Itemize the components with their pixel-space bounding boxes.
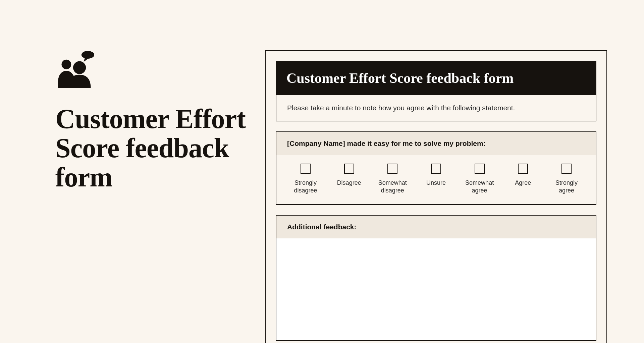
form-container: Customer Effort Score feedback form Plea… xyxy=(265,50,607,343)
question-box: [Company Name] made it easy for me to so… xyxy=(276,131,596,205)
scale-checkbox-1[interactable] xyxy=(301,164,311,174)
scale-item-1: Strongly disagree xyxy=(287,164,324,194)
scale-item-4: Unsure xyxy=(418,164,454,187)
scale-label-7: Strongly agree xyxy=(548,179,585,194)
additional-feedback-textarea[interactable] xyxy=(276,238,596,339)
scale-label-5: Somewhat agree xyxy=(461,179,498,194)
svg-point-0 xyxy=(82,51,94,59)
form-intro: Please take a minute to note how you agr… xyxy=(276,95,596,121)
scale-checkbox-4[interactable] xyxy=(431,164,441,174)
left-column: Customer Effort Score feedback form xyxy=(55,51,263,192)
scale-checkbox-5[interactable] xyxy=(475,164,485,174)
scale-item-6: Agree xyxy=(504,164,541,187)
additional-feedback-label: Additional feedback: xyxy=(276,216,596,238)
page-title: Customer Effort Score feedback form xyxy=(55,105,263,192)
svg-point-1 xyxy=(73,61,86,74)
scale-item-5: Somewhat agree xyxy=(461,164,498,194)
scale-row: Strongly disagree Disagree Somewhat disa… xyxy=(287,164,585,194)
scale-checkbox-6[interactable] xyxy=(518,164,528,174)
scale-label-1: Strongly disagree xyxy=(287,179,324,194)
scale-label-6: Agree xyxy=(515,179,531,187)
scale-checkbox-7[interactable] xyxy=(561,164,572,174)
scale-item-7: Strongly agree xyxy=(548,164,585,194)
scale-label-4: Unsure xyxy=(426,179,446,187)
scale-item-3: Somewhat disagree xyxy=(374,164,411,194)
question-title: [Company Name] made it easy for me to so… xyxy=(276,132,596,155)
scale-item-2: Disagree xyxy=(331,164,368,187)
form-header: Customer Effort Score feedback form xyxy=(276,61,596,95)
scale-connector-line xyxy=(292,160,580,160)
svg-point-2 xyxy=(62,60,71,69)
scale-checkbox-3[interactable] xyxy=(387,164,397,174)
scale-label-2: Disagree xyxy=(337,179,361,187)
scale-area: Strongly disagree Disagree Somewhat disa… xyxy=(276,155,596,204)
additional-feedback-box: Additional feedback: xyxy=(276,215,596,341)
feedback-people-icon xyxy=(55,51,97,88)
scale-label-3: Somewhat disagree xyxy=(374,179,411,194)
scale-checkbox-2[interactable] xyxy=(344,164,354,174)
